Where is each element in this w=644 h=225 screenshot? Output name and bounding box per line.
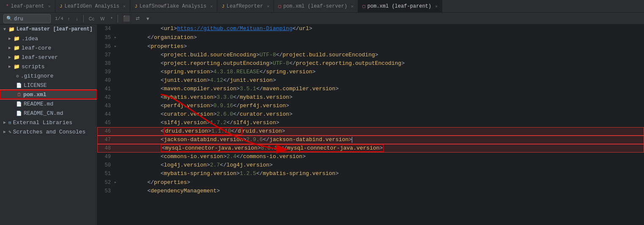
sidebar-item-license[interactable]: 📄 LICENSE bbox=[0, 81, 97, 90]
next-match-button[interactable]: ↓ bbox=[74, 15, 80, 22]
line-content: <jackson-databind.version>2.9.6</jackson… bbox=[119, 136, 644, 144]
tab-label: leaf-parent bbox=[11, 3, 44, 9]
sidebar-item-leaf-server[interactable]: ▶ 📁 leaf-server bbox=[0, 53, 97, 62]
expand-arrow: ▶ bbox=[3, 129, 6, 134]
search-divider bbox=[83, 15, 84, 22]
line-number: 48 bbox=[97, 144, 114, 153]
code-line-41: 41 <maven.compiler.version>3.5.1</maven.… bbox=[97, 85, 644, 93]
file-icon: ⚙ bbox=[16, 73, 19, 79]
line-number: 46 bbox=[97, 127, 114, 136]
file-icon: 📄 bbox=[16, 83, 22, 88]
line-number: 38 bbox=[97, 59, 114, 68]
code-line-37: 37 <project.build.sourceEncoding>UTF-8</… bbox=[97, 51, 644, 59]
line-number: 51 bbox=[97, 169, 114, 178]
expand-arrow: ▼ bbox=[3, 27, 6, 32]
line-content: <curator.version>2.6.0</curator.version> bbox=[119, 110, 644, 119]
line-number: 34 bbox=[97, 25, 114, 33]
code-line-44: 44 <curator.version>2.6.0</curator.versi… bbox=[97, 110, 644, 119]
tab-leafreporter[interactable]: J LeafReporter ✕ bbox=[217, 0, 274, 13]
tab-close[interactable]: ✕ bbox=[123, 4, 126, 9]
search-replace-button[interactable]: ⇄ bbox=[134, 15, 141, 22]
line-number: 49 bbox=[97, 153, 114, 161]
line-content: <project.build.sourceEncoding>UTF-8</pro… bbox=[119, 51, 644, 59]
line-number: 52 bbox=[97, 178, 114, 187]
folder-icon: 📁 bbox=[14, 54, 20, 61]
tab-pom-leaf-server[interactable]: ▢ pom.xml (leaf-server) ✕ bbox=[274, 0, 358, 13]
code-line-49: 49 <commons-io.version>2.4</commons-io.v… bbox=[97, 153, 644, 161]
sidebar-item-readme[interactable]: 📄 README.md bbox=[0, 99, 97, 108]
sidebar-item-external-libraries[interactable]: ▶ ⊞ External Libraries bbox=[0, 118, 97, 127]
line-number: 42 bbox=[97, 93, 114, 102]
expand-arrow: ▶ bbox=[8, 36, 11, 41]
code-line-38: 38 <project.reporting.outputEncoding>UTF… bbox=[97, 59, 644, 68]
search-bar: 🔍 1/4 ↑ ↓ Cc W * ⬛ ⇄ ▼ bbox=[0, 13, 644, 25]
line-number: 40 bbox=[97, 76, 114, 85]
line-content: <mysql-connector-java.version>8.0.13</my… bbox=[119, 144, 644, 153]
line-content: <druid.version>1.1.10</druid.version> bbox=[119, 127, 644, 136]
code-editor[interactable]: 34 <url>https://github.com/Meituan-Dianp… bbox=[97, 25, 644, 225]
prev-match-button[interactable]: ↑ bbox=[66, 15, 72, 22]
search-match-case-button[interactable]: Cc bbox=[87, 15, 96, 22]
tab-leaf-parent[interactable]: * leaf-parent ✕ bbox=[2, 0, 55, 13]
tab-close[interactable]: ✕ bbox=[48, 4, 51, 9]
expand-arrow: ▶ bbox=[8, 64, 11, 69]
code-line-53: 53 <dependencyManagement> bbox=[97, 187, 644, 195]
sidebar-item-label: .idea bbox=[22, 36, 38, 42]
java-icon: J bbox=[134, 4, 137, 9]
line-content: <mybatis.version>3.3.0</mybatis.version> bbox=[119, 93, 644, 102]
folder-icon: 📁 bbox=[14, 36, 20, 42]
java-icon: J bbox=[60, 4, 63, 9]
sidebar-item-scripts[interactable]: ▶ 📁 scripts bbox=[0, 62, 97, 71]
line-number: 35 bbox=[97, 33, 114, 42]
line-number: 37 bbox=[97, 51, 114, 59]
code-line-43: 43 <perf4j.version>0.9.16</perf4j.versio… bbox=[97, 102, 644, 110]
xml-file-icon: 🗒 bbox=[17, 92, 22, 97]
code-line-40: 40 <junit.version>4.12</junit.version> bbox=[97, 76, 644, 85]
sidebar-item-label: pom.xml bbox=[23, 92, 47, 98]
sidebar-item-pomxml[interactable]: 🗒 pom.xml bbox=[0, 90, 97, 99]
search-regex-button[interactable]: * bbox=[109, 15, 114, 22]
tab-close[interactable]: ✕ bbox=[351, 4, 354, 9]
tab-label: pom.xml (leaf-parent) bbox=[367, 3, 431, 9]
code-line-42: 42 <mybatis.version>3.3.0</mybatis.versi… bbox=[97, 93, 644, 102]
search-input[interactable] bbox=[14, 16, 48, 22]
expand-arrow: ▶ bbox=[8, 45, 11, 50]
tab-leafidgen[interactable]: J LeafIdGen Analysis ✕ bbox=[55, 0, 130, 13]
sidebar-item-readme-cn[interactable]: 📄 README_CN.md bbox=[0, 108, 97, 118]
sidebar-item-root[interactable]: ▼ 📁 Leaf-master [leaf-parent] bbox=[0, 25, 97, 34]
line-content: <maven.compiler.version>3.5.1</maven.com… bbox=[119, 85, 644, 93]
code-line-48: 48 <mysql-connector-java.version>8.0.13<… bbox=[97, 144, 644, 153]
xml-icon: * bbox=[6, 4, 9, 9]
tab-close[interactable]: ✕ bbox=[435, 4, 438, 9]
sidebar-item-label: Scratches and Consoles bbox=[13, 129, 86, 135]
main-content: ▼ 📁 Leaf-master [leaf-parent] ▶ 📁 .idea … bbox=[0, 25, 644, 225]
sidebar-item-idea[interactable]: ▶ 📁 .idea bbox=[0, 34, 97, 43]
line-number: 43 bbox=[97, 102, 114, 110]
line-content: <dependencyManagement> bbox=[119, 187, 644, 195]
tab-leafsnowflake[interactable]: J LeafSnowflake Analysis ✕ bbox=[130, 0, 217, 13]
tab-pom-leaf-parent[interactable]: ▢ pom.xml (leaf-parent) ✕ bbox=[358, 0, 442, 13]
line-number: 44 bbox=[97, 110, 114, 119]
search-filter-button[interactable]: ▼ bbox=[144, 15, 152, 22]
line-number: 45 bbox=[97, 119, 114, 127]
sidebar-item-label: LICENSE bbox=[24, 82, 47, 89]
search-in-selection-button[interactable]: ⬛ bbox=[121, 14, 132, 22]
search-whole-word-button[interactable]: W bbox=[99, 15, 106, 22]
line-content: </organization> bbox=[119, 33, 644, 42]
tab-close[interactable]: ✕ bbox=[267, 4, 269, 9]
tab-label: pom.xml (leaf-server) bbox=[283, 3, 347, 9]
sidebar-item-scratches[interactable]: ▶ ✎ Scratches and Consoles bbox=[0, 127, 97, 136]
sidebar-item-leaf-core[interactable]: ▶ 📁 leaf-core bbox=[0, 43, 97, 53]
sidebar-item-gitignore[interactable]: ⚙ .gitignore bbox=[0, 71, 97, 81]
search-input-wrapper[interactable]: 🔍 bbox=[3, 14, 51, 23]
code-line-36: 36 ▸ <properties> bbox=[97, 42, 644, 51]
sidebar: ▼ 📁 Leaf-master [leaf-parent] ▶ 📁 .idea … bbox=[0, 25, 97, 225]
sidebar-item-label: .gitignore bbox=[21, 73, 54, 79]
xml-icon: ▢ bbox=[278, 3, 281, 9]
tab-close[interactable]: ✕ bbox=[210, 4, 213, 9]
lib-icon: ⊞ bbox=[8, 120, 11, 125]
search-icon: 🔍 bbox=[6, 16, 12, 21]
line-content: <spring.version>4.3.18.RELEASE</spring.v… bbox=[119, 68, 644, 76]
line-content: <properties> bbox=[119, 42, 644, 51]
sidebar-item-label: README_CN.md bbox=[24, 110, 63, 117]
